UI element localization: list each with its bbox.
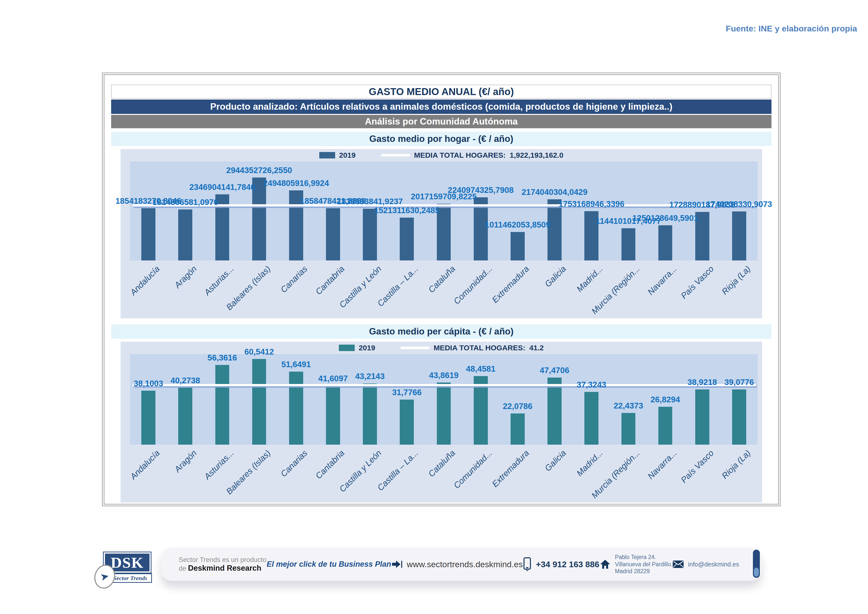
section-banner: Análisis por Comunidad Autónoma — [111, 115, 772, 128]
footer-accent-thumb — [754, 568, 759, 577]
bar — [511, 414, 525, 445]
bar-value-label: 2494805916,9924 — [263, 178, 329, 188]
category-label: Canarias — [279, 448, 309, 479]
mean-line-swatch — [381, 154, 410, 157]
category-label: Madrid... — [575, 264, 604, 294]
category-label: Aragón — [172, 448, 198, 474]
bar — [326, 386, 340, 445]
series-label: 2019 — [339, 151, 356, 160]
bar — [474, 376, 488, 445]
bar-value-label: 51,6491 — [281, 360, 311, 369]
footer-address-line: Madrid 28229 — [615, 568, 673, 575]
bar-value-label: 56,3616 — [208, 353, 237, 363]
footer-card: Sector Trends es un producto de Deskmind… — [161, 548, 761, 581]
footer-product-prefix: de — [179, 565, 186, 572]
category-label: Comunidad... — [452, 448, 494, 490]
dsk-logo-acronym: DSK — [111, 554, 144, 571]
bar — [511, 232, 525, 260]
bar-value-label: 38,1003 — [134, 379, 163, 388]
category-label: Cataluña — [426, 264, 457, 295]
bar — [547, 378, 561, 445]
category-label: Cataluña — [426, 448, 457, 479]
footer-address-line: Villanueva del Pardillo. — [615, 561, 673, 568]
bar-value-label: 1011462053,8509 — [485, 220, 550, 229]
footer-phone: +34 912 163 886 — [536, 560, 599, 569]
category-label: Rioja (La) — [720, 448, 752, 481]
category-label: Madrid... — [575, 448, 604, 478]
home-icon — [600, 559, 611, 569]
dsk-logo-tagline-text: Sector Trends — [113, 575, 147, 581]
chart-legend: 2019 MEDIA TOTAL HOGARES: 1,922,193,162.… — [121, 149, 762, 161]
bar — [658, 407, 673, 445]
bar — [695, 389, 709, 445]
bar-value-label: 1250128649,5901 — [632, 213, 698, 223]
bar — [658, 225, 673, 260]
bar — [363, 209, 377, 260]
footer-website: www.sectortrends.deskmind.es — [407, 560, 523, 569]
category-label: País Vasco — [679, 264, 716, 301]
bar-value-label: 2346904141,7846 — [189, 183, 255, 192]
bar — [141, 208, 155, 260]
footer-product-block: Sector Trends es un producto de Deskmind… — [179, 556, 266, 573]
mean-line-swatch — [400, 347, 430, 349]
bar — [437, 383, 451, 445]
bar — [178, 388, 192, 445]
category-label: Extremadura — [490, 448, 531, 489]
source-note: Fuente: INE y elaboración propia — [726, 24, 857, 33]
category-axis: AndalucíaAragónAsturias...Baleares (Isla… — [130, 260, 758, 318]
category-label: Galicia — [543, 448, 568, 473]
report-frame: GASTO MEDIO ANUAL (€/ año) Producto anal… — [102, 73, 781, 506]
bar — [178, 209, 192, 260]
series-swatch — [339, 345, 355, 351]
plot-area: 38,100340,273856,361660,541251,649141,60… — [130, 354, 758, 445]
product-analyzed-banner: Producto analizado: Artículos relativos … — [111, 99, 772, 114]
chart-title-household: Gasto medio por hogar - (€ / año) — [111, 132, 772, 146]
phone-icon — [523, 557, 532, 571]
bar — [141, 391, 155, 445]
category-label: País Vasco — [679, 448, 716, 485]
mean-value: 1,922,193,162.0 — [510, 151, 563, 160]
bar-chart-household: 2019 MEDIA TOTAL HOGARES: 1,922,193,162.… — [121, 149, 762, 318]
category-label: Galicia — [543, 264, 568, 289]
mail-icon — [673, 561, 684, 568]
series-label: 2019 — [359, 344, 375, 352]
bar — [326, 208, 340, 260]
bar-value-label: 26,8294 — [651, 395, 680, 404]
bar-value-label: 31,7766 — [392, 388, 422, 397]
footer-product-line2: de Deskmind Research — [179, 564, 266, 573]
bar-chart-percapita: 2019 MEDIA TOTAL HOGARES: 41.2 38,100340… — [121, 342, 762, 502]
bar-value-label: 38,9218 — [688, 378, 717, 387]
bar-value-label: 47,4706 — [540, 366, 569, 375]
bar — [622, 228, 636, 260]
category-label: Aragón — [172, 264, 198, 290]
bar-value-label: 22,0786 — [503, 402, 532, 411]
footer-address: Pablo Tejera 24. Villanueva del Pardillo… — [615, 554, 673, 575]
bar-value-label: 2240974325,7908 — [448, 185, 513, 195]
footer-phone-group: +34 912 163 886 — [523, 557, 599, 571]
bar-value-label: 40,2738 — [170, 376, 200, 385]
bar-value-label: 1740238330,9073 — [706, 200, 772, 209]
mean-label: MEDIA TOTAL HOGARES: — [434, 344, 525, 352]
bar-value-label: 41,6097 — [318, 374, 348, 383]
bar-value-label: 43,2143 — [355, 372, 384, 381]
bar-value-label: 48,4581 — [466, 364, 496, 374]
bar-value-label: 43,8619 — [429, 371, 458, 380]
footer-email-group: info@deskmind.es — [673, 561, 739, 568]
bar — [252, 359, 266, 445]
category-label: Canarias — [279, 264, 309, 295]
bar — [732, 389, 746, 445]
footer-email: info@deskmind.es — [688, 561, 739, 568]
footer-brand: Deskmind Research — [188, 564, 261, 572]
footer-product-line1: Sector Trends es un producto — [179, 556, 266, 564]
bar — [400, 218, 414, 260]
bar — [732, 211, 746, 260]
footer-address-group: Pablo Tejera 24. Villanueva del Pardillo… — [600, 554, 673, 575]
footer-address-line: Pablo Tejera 24. — [615, 554, 673, 561]
mean-line — [132, 384, 756, 386]
bar — [584, 392, 598, 445]
category-axis: AndalucíaAragónAsturias...Baleares (Isla… — [130, 445, 758, 502]
plot-area: 1854183270,80461814806581,09702346904141… — [130, 161, 758, 260]
bar — [289, 372, 303, 445]
mean-value: 41.2 — [529, 344, 544, 352]
category-label: Cantabria — [313, 264, 346, 296]
